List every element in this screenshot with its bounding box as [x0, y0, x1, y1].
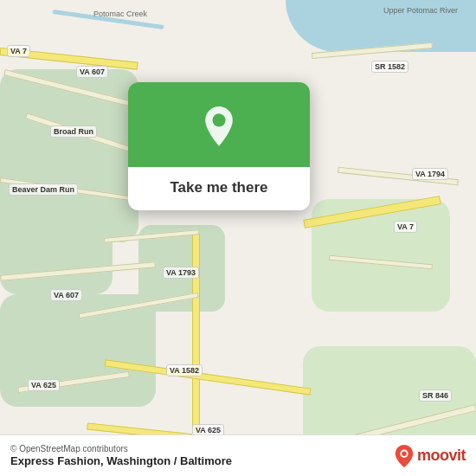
location-label: Express Fashion, Washington / Baltimore — [10, 454, 232, 467]
label-broad-run: Broad Run — [50, 125, 97, 138]
popup-button-section[interactable]: Take me there — [128, 167, 310, 210]
label-upper-potomac: Upper Potomac River — [381, 5, 460, 16]
moovit-logo: moovit — [395, 445, 466, 467]
label-va1582-bottom: VA 1582 — [166, 364, 203, 376]
label-va1793: VA 1793 — [163, 267, 199, 279]
popup-green-header — [128, 82, 310, 167]
road-va1793 — [192, 234, 200, 433]
label-sr846: SR 846 — [419, 389, 452, 402]
location-pin-icon — [197, 106, 241, 150]
osm-credit: © OpenStreetMap contributors — [10, 444, 232, 453]
label-va607-top: VA 607 — [76, 66, 108, 78]
svg-point-0 — [213, 113, 226, 126]
bottom-bar: © OpenStreetMap contributors Express Fas… — [0, 434, 476, 476]
label-sr1582-top: SR 1582 — [371, 61, 408, 73]
label-va625-left: VA 625 — [28, 379, 60, 391]
label-va607-lower: VA 607 — [50, 289, 82, 301]
label-va1794: VA 1794 — [412, 168, 448, 180]
label-potomac-creek: Potomac Creek — [91, 9, 150, 19]
label-beaver-dam: Beaver Dam Run — [9, 183, 78, 196]
popup-card: Take me there — [128, 82, 310, 210]
label-va7-right: VA 7 — [394, 221, 417, 233]
label-va7-top: VA 7 — [7, 45, 30, 57]
svg-point-2 — [402, 451, 407, 456]
moovit-brand-text: moovit — [417, 447, 466, 465]
take-me-there-button[interactable]: Take me there — [170, 179, 267, 196]
map-container: VA 7 VA 607 SR 1582 Broad Run Beaver Dam… — [0, 0, 476, 476]
moovit-pin-icon — [395, 445, 414, 467]
bottom-bar-left: © OpenStreetMap contributors Express Fas… — [10, 444, 232, 467]
